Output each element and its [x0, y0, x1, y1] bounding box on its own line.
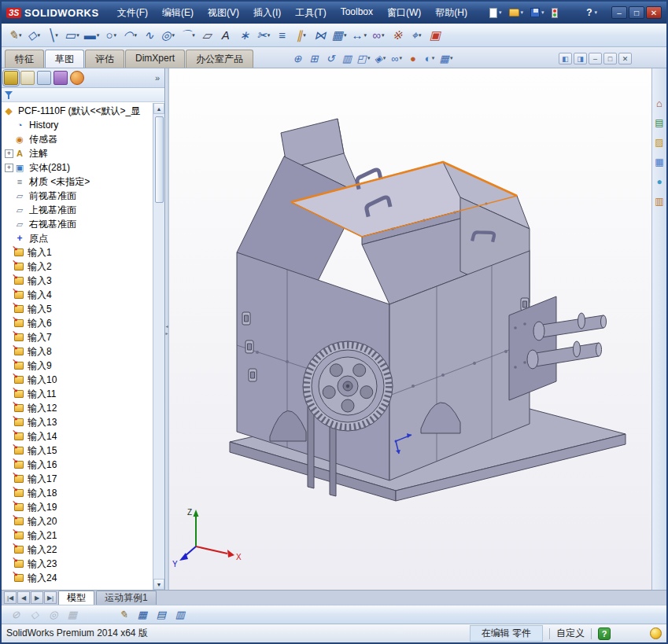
- expand-panel-icon[interactable]: ▸: [165, 330, 168, 336]
- tree-item-input[interactable]: 输入2: [3, 259, 152, 274]
- rebuild-button[interactable]: [549, 6, 560, 20]
- zoom-to-area-button[interactable]: ⊞: [306, 50, 322, 66]
- custom-properties-icon[interactable]: [653, 195, 666, 208]
- feature-manager-tab[interactable]: [4, 71, 18, 85]
- tree-filter-row[interactable]: [2, 88, 164, 102]
- tab-nav-button[interactable]: ▶: [31, 591, 43, 604]
- tab-features[interactable]: 特征: [5, 50, 44, 68]
- tree-item-input[interactable]: 输入20: [3, 514, 152, 528]
- display-pane-right-button[interactable]: ◨: [574, 53, 587, 64]
- tree-item-input[interactable]: 输入11: [3, 387, 152, 401]
- tree-item-input[interactable]: 输入4: [3, 288, 152, 302]
- linear-sketch-pattern-tool[interactable]: ▦: [330, 26, 349, 45]
- design-library-icon[interactable]: [653, 116, 666, 129]
- edit-appearance-button[interactable]: ●: [405, 50, 421, 66]
- quick-snaps-tool[interactable]: ⌖: [408, 26, 425, 45]
- menu-item[interactable]: 文件(F): [110, 4, 155, 22]
- tree-item-input[interactable]: 输入7: [3, 330, 152, 344]
- restore-doc-button[interactable]: □: [603, 53, 617, 64]
- tree-item-input[interactable]: 输入1: [3, 245, 152, 259]
- tree-item[interactable]: 实体(281): [3, 160, 152, 175]
- menu-item[interactable]: 编辑(E): [155, 4, 201, 22]
- model-leg-1[interactable]: [308, 407, 314, 488]
- tab-nav-button[interactable]: |◀: [4, 591, 17, 604]
- minimize-app-button[interactable]: –: [611, 6, 627, 19]
- tree-expander[interactable]: [5, 206, 13, 215]
- model-canvas[interactable]: Z X Y: [169, 68, 651, 590]
- menu-item[interactable]: Toolbox: [334, 4, 380, 22]
- tree-item-input[interactable]: 输入24: [3, 571, 152, 585]
- close-doc-button[interactable]: ✕: [618, 53, 632, 64]
- open-document-button[interactable]: [507, 7, 526, 18]
- close-app-button[interactable]: ✕: [646, 6, 662, 19]
- tree-item-input[interactable]: 输入18: [3, 486, 152, 500]
- sketch-tool[interactable]: ✎: [6, 26, 24, 45]
- menu-item[interactable]: 窗口(W): [380, 4, 428, 22]
- tree-item[interactable]: 右视基准面: [3, 217, 152, 231]
- solidworks-ball-icon[interactable]: [650, 627, 662, 639]
- menu-item[interactable]: 视图(V): [201, 4, 246, 22]
- tab-nav-button[interactable]: ▶|: [44, 591, 57, 604]
- graphics-viewport[interactable]: Z X Y: [169, 68, 651, 590]
- tree-item[interactable]: 注解: [3, 146, 152, 160]
- smart-dimension-tool[interactable]: ◇: [25, 26, 42, 45]
- appearances-icon[interactable]: [653, 175, 666, 188]
- display-manager-tab[interactable]: [70, 71, 84, 85]
- display-style-button[interactable]: ◈: [372, 50, 388, 66]
- convert-entities-tool[interactable]: ≡: [274, 26, 291, 45]
- menu-item[interactable]: 工具(T): [288, 4, 333, 22]
- view-settings-button[interactable]: ▦: [438, 50, 454, 66]
- tree-item-input[interactable]: 输入13: [3, 415, 152, 429]
- tree-item-input[interactable]: 输入14: [3, 429, 152, 443]
- collapse-panel-icon[interactable]: ◂: [165, 323, 168, 329]
- tree-item-input[interactable]: 输入15: [3, 443, 152, 458]
- tables-button[interactable]: ▥: [172, 607, 189, 623]
- tree-item-input[interactable]: 输入3: [3, 274, 152, 288]
- snap-vertex-button[interactable]: ◇: [26, 607, 43, 623]
- tree-item-input[interactable]: 输入6: [3, 316, 152, 330]
- section-view-button[interactable]: ▥: [339, 50, 355, 66]
- tree-item[interactable]: 传感器: [3, 132, 152, 146]
- tree-expander[interactable]: [5, 178, 13, 186]
- tree-item[interactable]: 原点: [3, 231, 152, 245]
- dimxpert-manager-tab[interactable]: [54, 71, 68, 85]
- tree-item-input[interactable]: 输入10: [3, 373, 152, 387]
- configuration-manager-tab[interactable]: [37, 71, 51, 85]
- sketch-button[interactable]: ✎: [115, 607, 132, 623]
- text-tool[interactable]: A: [217, 26, 234, 45]
- grid-settings-button[interactable]: ▦: [134, 607, 151, 623]
- tree-item-input[interactable]: 输入19: [3, 500, 152, 514]
- tab-sketch[interactable]: 草图: [45, 50, 84, 68]
- layer-properties-button[interactable]: ▤: [153, 607, 170, 623]
- save-button[interactable]: [528, 6, 547, 19]
- circle-tool[interactable]: ○: [102, 26, 120, 45]
- display-relations-tool[interactable]: ∞: [370, 26, 387, 45]
- model-tab[interactable]: 模型: [58, 591, 94, 605]
- menu-item[interactable]: 插入(I): [246, 4, 288, 22]
- apply-scene-button[interactable]: ◐: [422, 50, 437, 66]
- ellipse-tool[interactable]: ◎: [159, 26, 176, 45]
- file-explorer-icon[interactable]: [653, 136, 666, 149]
- tree-expander[interactable]: [5, 192, 13, 201]
- tree-expander[interactable]: [5, 234, 13, 243]
- move-entities-tool[interactable]: ↔: [349, 26, 368, 45]
- scroll-thumb[interactable]: [155, 116, 164, 203]
- property-manager-tab[interactable]: [20, 71, 35, 85]
- snap-filter-button[interactable]: ⊘: [7, 607, 24, 623]
- tree-item-input[interactable]: 输入22: [3, 543, 152, 557]
- tab-nav-button[interactable]: ◀: [17, 591, 30, 604]
- scroll-down-arrow[interactable]: ▼: [153, 579, 164, 590]
- zoom-to-fit-button[interactable]: ⊕: [290, 50, 305, 66]
- tree-item-input[interactable]: 输入16: [3, 458, 152, 472]
- tab-dimxpert[interactable]: DimXpert: [125, 50, 185, 68]
- tree-scrollbar[interactable]: ▲ ▼: [153, 103, 164, 590]
- repair-sketch-tool[interactable]: ※: [389, 26, 406, 45]
- model-flywheel[interactable]: [303, 341, 393, 431]
- tree-item[interactable]: 前视基准面: [3, 189, 152, 203]
- scroll-up-arrow[interactable]: ▲: [153, 103, 164, 114]
- offset-entities-tool[interactable]: ∥: [293, 26, 310, 45]
- point-tool[interactable]: ∗: [236, 26, 253, 45]
- help-search-button[interactable]: ?: [581, 6, 602, 20]
- hide-show-items-button[interactable]: ∞: [389, 50, 404, 66]
- machine-model[interactable]: [230, 119, 626, 501]
